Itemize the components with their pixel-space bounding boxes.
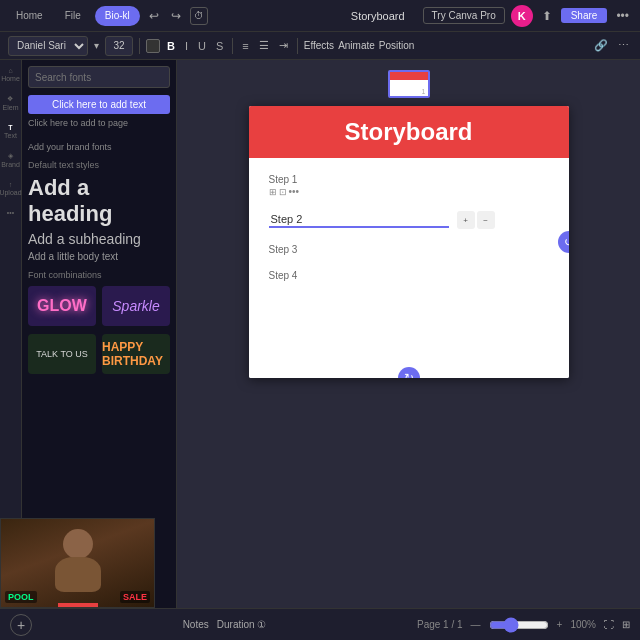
webcam-video: POOL SALE [1,519,154,607]
grid-button[interactable]: ⊞ [622,619,630,630]
webcam-label2: SALE [120,591,150,603]
separator3 [297,38,298,54]
step-1-icon: ⊞ [269,187,277,197]
avatar: K [511,5,533,27]
sidebar-item-brand[interactable]: ◈Brand [1,151,20,168]
step-4: Step 4 [269,269,549,281]
notes-button[interactable]: Notes [183,619,209,630]
list-button[interactable]: ☰ [256,38,272,53]
brand-fonts-button[interactable]: Add your brand fonts [28,142,170,152]
page-strip: 1 [388,70,430,98]
undo-button[interactable]: ↩ [146,9,162,23]
page-thumbnail[interactable]: 1 [388,70,430,98]
font-glow-option[interactable]: GLOW [28,286,96,326]
page-hint: Click here to add to page [28,118,170,128]
indent-button[interactable]: ⇥ [276,38,291,53]
sidebar-item-home[interactable]: ⌂Home [1,66,20,82]
file-button[interactable]: File [57,6,89,26]
add-page-button[interactable]: + [10,614,32,636]
position-button[interactable]: Position [379,40,415,51]
font-combos-label: Font combinations [28,270,170,280]
font-birthday-option[interactable]: HAPPY BIRTHDAY [102,334,170,374]
webcam-overlay: POOL SALE [0,518,155,608]
step-2-add-btn[interactable]: + [457,211,475,229]
zoom-slider[interactable] [489,617,549,633]
separator [139,38,140,54]
animate-button[interactable]: Animate [338,40,375,51]
align-left-button[interactable]: ≡ [239,39,251,53]
step-3-label: Step 3 [269,244,298,255]
fullscreen-button[interactable]: ⛶ [604,619,614,630]
zoom-label: 100% [570,619,596,630]
font-color-swatch[interactable] [146,39,160,53]
font-combo-row2: TALK TO US HAPPY BIRTHDAY [28,334,170,374]
font-size-input[interactable] [105,36,133,56]
step-2-minus-btn[interactable]: − [477,211,495,229]
toolbar: Daniel Sari ▾ B I U S ≡ ☰ ⇥ Effects Anim… [0,32,640,60]
topbar: Home File Bio-kl ↩ ↪ ⏱ Storyboard Try Ca… [0,0,640,32]
bottom-bar: + Notes Duration ① Page 1 / 1 — + 100% ⛶… [0,608,640,640]
webcam-label1: POOL [5,591,37,603]
body-style[interactable]: Add a little body text [28,251,170,262]
step-2[interactable]: + − [269,211,549,229]
font-select[interactable]: Daniel Sari [8,36,88,56]
timer-icon: ⏱ [190,7,208,25]
slide-title: Storyboard [344,118,472,146]
slide-header: Storyboard [249,106,569,158]
step-1-label: Step 1 [269,174,298,185]
subheading-style[interactable]: Add a subheading [28,231,170,247]
step-2-input[interactable] [269,212,449,228]
try-canva-button[interactable]: Try Canva Pro [423,7,505,24]
font-search-input[interactable] [28,66,170,88]
more-options-button[interactable]: ⋯ [615,38,632,53]
sidebar-item-uploads[interactable]: ↑Upload [0,180,22,196]
font-combo-row1: GLOW Sparkle [28,286,170,326]
font-sparkle-option[interactable]: Sparkle [102,286,170,326]
default-styles-label: Default text styles [28,160,170,170]
underline-button[interactable]: U [195,39,209,53]
font-dropdown-icon: ▾ [92,40,101,51]
zoom-in-icon: + [557,619,563,630]
zoom-out-icon: — [471,619,481,630]
heading-style[interactable]: Add a heading [28,175,170,227]
talk-label: TALK TO US [36,349,88,359]
share-button[interactable]: Share [561,8,608,23]
sidebar-item-elements[interactable]: ❖Elem [3,94,19,111]
page-indicator: Page 1 / 1 [417,619,463,630]
sidebar-item-text[interactable]: TText [4,123,17,139]
slide-body[interactable]: Step 1 ⊞ ⊡ ••• + − St [249,158,569,378]
canvas-area: 1 Storyboard Step 1 ⊞ ⊡ ••• [177,60,640,608]
step-1-copy-icon: ⊡ [279,187,287,197]
storyboard-label: Storyboard [351,10,405,22]
webcam-red-bar [58,603,98,607]
duration-button[interactable]: Duration ① [217,619,267,630]
font-talk-option[interactable]: TALK TO US [28,334,96,374]
effects-button[interactable]: Effects [304,40,334,51]
step-3: Step 3 [269,243,549,255]
step-1: Step 1 ⊞ ⊡ ••• [269,173,549,197]
birthday-label: HAPPY BIRTHDAY [102,340,170,368]
separator2 [232,38,233,54]
brand-button[interactable]: Bio-kl [95,6,140,26]
slide: Storyboard Step 1 ⊞ ⊡ ••• + [249,106,569,378]
sidebar-item-more[interactable]: ••• [7,208,14,216]
step-1-more-icon[interactable]: ••• [289,186,300,197]
link-button[interactable]: 🔗 [591,38,611,53]
step-4-label: Step 4 [269,270,298,281]
sparkle-label: Sparkle [112,298,159,314]
share-icon-btn[interactable]: ⬆ [539,9,555,23]
redo-button[interactable]: ↪ [168,9,184,23]
bold-button[interactable]: B [164,39,178,53]
home-button[interactable]: Home [8,6,51,26]
more-button[interactable]: ••• [613,9,632,23]
glow-label: GLOW [37,297,87,315]
strikethrough-button[interactable]: S [213,39,226,53]
step-2-actions: + − [457,211,495,229]
italic-button[interactable]: I [182,39,191,53]
add-text-button[interactable]: Click here to add text [28,95,170,114]
